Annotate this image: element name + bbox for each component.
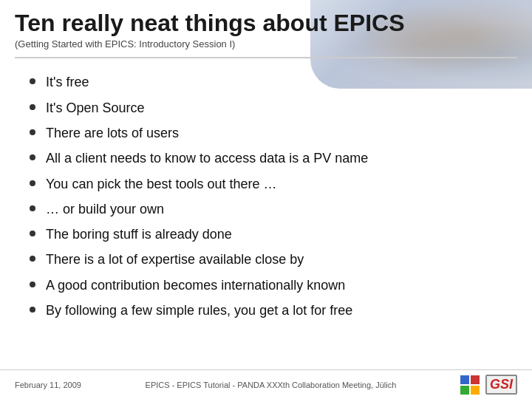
list-item: All a client needs to know to access dat… xyxy=(30,149,510,167)
title-bar: Ten really neat things about EPICS (Gett… xyxy=(0,0,532,52)
subtitle: (Getting Started with EPICS: Introductor… xyxy=(15,38,517,50)
list-item: … or build your own xyxy=(30,200,510,218)
bullet-dot xyxy=(30,307,35,313)
list-item: There are lots of users xyxy=(30,124,510,142)
bullet-dot xyxy=(30,256,35,262)
footer: February 11, 2009 EPICS - EPICS Tutorial… xyxy=(0,369,532,399)
bullet-text: A good contribution becomes internationa… xyxy=(46,276,345,294)
list-item: It's Open Source xyxy=(30,99,510,117)
slide: Ten really neat things about EPICS (Gett… xyxy=(0,0,532,399)
list-item: By following a few simple rules, you get… xyxy=(30,301,510,319)
logo-block-blue xyxy=(460,375,469,384)
bullet-text: By following a few simple rules, you get… xyxy=(46,301,352,319)
bullet-list: It's freeIt's Open SourceThere are lots … xyxy=(30,73,510,319)
divider xyxy=(15,57,517,58)
bullet-text: … or build your own xyxy=(46,200,164,218)
logo-block-red xyxy=(471,375,480,384)
bullet-dot xyxy=(30,282,35,287)
bullet-text: There are lots of users xyxy=(46,124,179,142)
epics-logo-blocks xyxy=(460,375,480,395)
gsi-logo: GSI xyxy=(485,375,517,395)
bullet-dot xyxy=(30,78,35,84)
main-title: Ten really neat things about EPICS xyxy=(15,9,517,37)
list-item: You can pick the best tools out there … xyxy=(30,175,510,193)
bullet-dot xyxy=(30,104,35,110)
footer-logos: GSI xyxy=(460,375,517,395)
list-item: A good contribution becomes internationa… xyxy=(30,276,510,294)
bullet-dot xyxy=(30,154,35,160)
bullet-dot xyxy=(30,231,35,236)
bullet-dot xyxy=(30,129,35,135)
content-area: It's freeIt's Open SourceThere are lots … xyxy=(0,63,532,334)
bullet-dot xyxy=(30,205,35,211)
bullet-text: All a client needs to know to access dat… xyxy=(46,149,368,167)
bullet-text: There is a lot of expertise available cl… xyxy=(46,250,304,268)
list-item: It's free xyxy=(30,73,510,91)
footer-date: February 11, 2009 xyxy=(15,381,81,389)
list-item: The boring stuff is already done xyxy=(30,225,510,243)
logo-block-green xyxy=(460,386,469,395)
bullet-text: It's free xyxy=(46,73,89,91)
bullet-text: It's Open Source xyxy=(46,99,145,117)
logo-block-yellow xyxy=(471,386,480,395)
list-item: There is a lot of expertise available cl… xyxy=(30,250,510,268)
bullet-dot xyxy=(30,180,35,186)
bullet-text: The boring stuff is already done xyxy=(46,225,232,243)
bullet-text: You can pick the best tools out there … xyxy=(46,175,277,193)
footer-center-text: EPICS - EPICS Tutorial - PANDA XXXth Col… xyxy=(81,381,460,389)
